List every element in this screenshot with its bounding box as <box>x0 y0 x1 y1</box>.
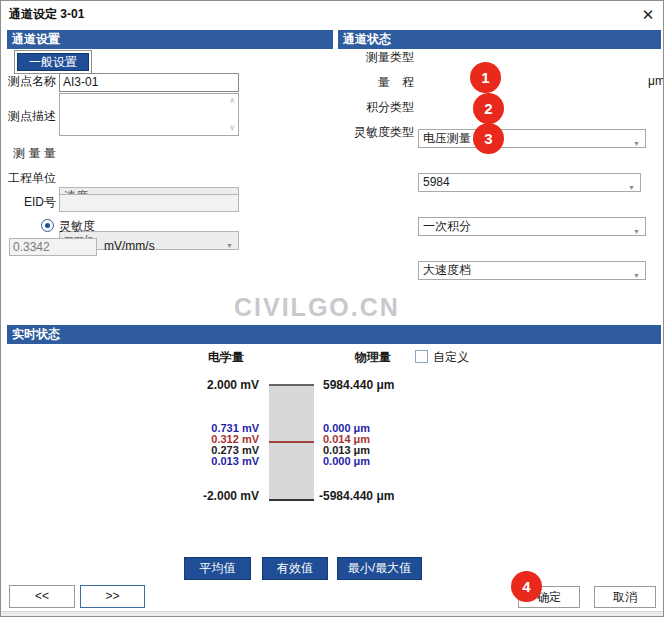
general-settings-button[interactable]: 一般设置 <box>17 53 89 71</box>
meter-row-electrical: 0.013 mV <box>151 456 259 467</box>
range-unit-label: μm <box>648 74 664 88</box>
measure-type-label: 测量类型 <box>338 48 414 67</box>
range-label: 量 程 <box>338 73 414 92</box>
scroll-down-icon[interactable]: ∨ <box>229 124 235 132</box>
channel-settings-dialog: 通道设定 3-01 ✕ CIVILGO.CN 通道设置 一般设置 测点名称 测点… <box>0 0 664 617</box>
sensitivity-type-label: 灵敏度类型 <box>338 123 414 142</box>
point-name-label: 测点名称 <box>1 72 56 91</box>
eid-input <box>59 194 239 212</box>
eid-label: EID号 <box>1 193 56 212</box>
watermark: CIVILGO.CN <box>234 293 400 322</box>
chevron-down-icon: ▼ <box>633 223 640 236</box>
annotation-badge-4: 4 <box>511 571 542 602</box>
sensitivity-value-input: 0.3342 <box>9 238 97 256</box>
custom-checkbox-label: 自定义 <box>433 349 469 366</box>
eng-unit-label: 工程单位 <box>1 169 56 188</box>
integration-type-select[interactable]: 一次积分▼ <box>418 217 646 236</box>
meter-max-physical: 5984.440 μm <box>323 378 473 392</box>
custom-checkbox[interactable] <box>415 350 428 363</box>
cancel-button[interactable]: 取消 <box>594 586 656 608</box>
average-button[interactable]: 平均值 <box>184 557 251 580</box>
measure-type-select[interactable]: 电压测量▼ <box>418 129 646 148</box>
chevron-down-icon: ▼ <box>628 179 635 192</box>
next-channel-button[interactable]: >> <box>80 585 145 608</box>
annotation-badge-3: 3 <box>473 123 504 154</box>
point-desc-label: 测点描述 <box>1 107 56 126</box>
dialog-bottom-strip <box>1 611 664 617</box>
sensitivity-radio[interactable] <box>41 219 54 232</box>
level-meter-marker <box>269 441 314 443</box>
general-settings-button-frame: 一般设置 <box>14 50 92 74</box>
prev-channel-button[interactable]: << <box>9 585 75 608</box>
annotation-badge-2: 2 <box>473 93 504 124</box>
sensitivity-radio-label: 灵敏度 <box>59 218 95 235</box>
chevron-down-icon: ▼ <box>226 237 233 250</box>
physical-col-header: 物理量 <box>338 349 408 366</box>
radio-dot <box>45 223 50 228</box>
meter-row-physical: 0.000 μm <box>323 456 443 467</box>
meter-min-electrical: -2.000 mV <box>151 489 259 503</box>
quantity-label: 测 量 量 <box>1 144 56 163</box>
point-desc-textarea[interactable]: ∧ ∨ <box>59 93 239 136</box>
section-header-channel-settings: 通道设置 <box>7 30 333 49</box>
section-header-channel-status: 通道状态 <box>338 30 661 49</box>
sensitivity-type-select[interactable]: 大速度档▼ <box>418 261 646 280</box>
scroll-up-icon[interactable]: ∧ <box>229 97 235 105</box>
electrical-col-header: 电学量 <box>191 349 261 366</box>
meter-min-physical: -5984.440 μm <box>319 489 479 503</box>
rms-button[interactable]: 有效值 <box>262 557 328 580</box>
section-header-realtime-status: 实时状态 <box>7 325 661 344</box>
chevron-down-icon: ▼ <box>633 267 640 280</box>
chevron-down-icon: ▼ <box>633 135 640 148</box>
minmax-button[interactable]: 最小/最大值 <box>337 557 422 580</box>
range-select[interactable]: 5984▼ <box>418 173 641 192</box>
sensitivity-unit-label: mV/mm/s <box>104 239 155 253</box>
annotation-badge-1: 1 <box>470 62 501 93</box>
meter-max-electrical: 2.000 mV <box>151 378 259 392</box>
integration-type-label: 积分类型 <box>338 98 414 117</box>
dialog-title: 通道设定 3-01 <box>9 6 84 23</box>
close-icon[interactable]: ✕ <box>637 4 659 26</box>
point-name-input[interactable] <box>59 73 239 92</box>
